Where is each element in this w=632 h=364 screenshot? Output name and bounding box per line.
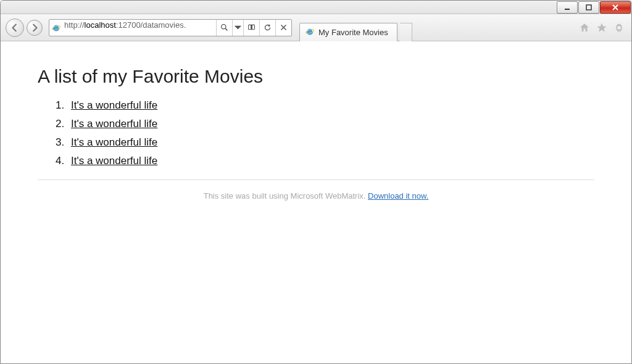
refresh-button[interactable] <box>259 20 275 36</box>
footer-download-link[interactable]: Download it now. <box>368 191 428 201</box>
footer: This site was built using Microsoft WebM… <box>38 191 594 201</box>
close-button[interactable] <box>600 1 631 14</box>
ie-favicon-icon <box>305 27 315 38</box>
minimize-button[interactable] <box>557 1 578 14</box>
window-titlebar <box>1 1 631 14</box>
forward-button[interactable] <box>27 20 43 36</box>
maximize-button[interactable] <box>578 1 599 14</box>
tab-label: My Favorite Movies <box>318 28 388 37</box>
svg-rect-0 <box>565 9 570 10</box>
url-prefix: http:// <box>64 20 85 30</box>
search-button[interactable] <box>216 20 232 36</box>
browser-toolbar: http://localhost:12700/datamovies. My Fa… <box>1 14 631 41</box>
svg-rect-1 <box>586 5 591 10</box>
svg-line-5 <box>225 28 227 30</box>
home-button[interactable] <box>577 20 592 35</box>
movies-list: It's a wonderful life It's a wonderful l… <box>67 99 594 167</box>
list-item: It's a wonderful life <box>67 136 594 149</box>
back-button[interactable] <box>6 19 24 37</box>
list-item: It's a wonderful life <box>67 155 594 167</box>
divider <box>38 180 594 180</box>
compat-view-button[interactable] <box>243 20 259 36</box>
url-dropdown-button[interactable] <box>232 20 243 36</box>
ie-favicon-icon <box>49 23 63 33</box>
movie-link[interactable]: It's a wonderful life <box>71 118 157 130</box>
movie-link[interactable]: It's a wonderful life <box>71 155 157 167</box>
url-input[interactable]: http://localhost:12700/datamovies. <box>63 20 216 35</box>
tab-my-favorite-movies[interactable]: My Favorite Movies <box>299 23 397 41</box>
stop-button[interactable] <box>275 20 291 36</box>
url-host: localhost <box>85 20 116 30</box>
page-content: A list of my Favorite Movies It's a wond… <box>1 41 631 213</box>
tools-button[interactable] <box>612 20 626 35</box>
movie-link[interactable]: It's a wonderful life <box>71 136 157 148</box>
page-heading: A list of my Favorite Movies <box>38 66 594 87</box>
favorites-button[interactable] <box>594 20 609 35</box>
movie-link[interactable]: It's a wonderful life <box>71 99 157 111</box>
url-rest: :12700/datamovies. <box>116 20 186 30</box>
new-tab-button[interactable] <box>400 23 412 41</box>
address-bar: http://localhost:12700/datamovies. <box>49 19 292 36</box>
list-item: It's a wonderful life <box>67 118 594 130</box>
svg-point-4 <box>222 25 226 29</box>
footer-text: This site was built using Microsoft WebM… <box>204 191 368 201</box>
list-item: It's a wonderful life <box>67 99 594 112</box>
